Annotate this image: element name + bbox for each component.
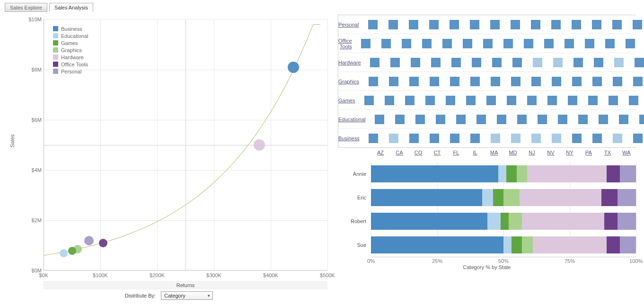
- heatmap-row-label[interactable]: Hardware: [338, 60, 365, 65]
- heatmap-cell[interactable]: [487, 58, 507, 67]
- heatmap-cell[interactable]: [404, 134, 424, 143]
- heatmap-col-label[interactable]: NV: [541, 148, 560, 155]
- heatmap-cell[interactable]: [580, 39, 600, 48]
- segment-business[interactable]: [371, 213, 487, 230]
- stacked-bar[interactable]: [371, 236, 636, 253]
- segment-educational[interactable]: [482, 189, 493, 206]
- heatmap-row-label[interactable]: Business: [338, 135, 363, 141]
- heatmap-cell[interactable]: [539, 39, 559, 48]
- heatmap-cell[interactable]: [465, 134, 485, 143]
- heatmap-col-label[interactable]: WA: [617, 148, 636, 155]
- legend-item[interactable]: Graphics: [53, 46, 88, 54]
- heatmap-cell[interactable]: [485, 20, 505, 29]
- heatmap-cell[interactable]: [379, 96, 399, 105]
- heatmap-col-label[interactable]: NY: [560, 148, 579, 155]
- heatmap-cell[interactable]: [356, 39, 376, 48]
- heatmap-row-label[interactable]: Graphics: [338, 79, 363, 84]
- heatmap-cell[interactable]: [363, 77, 383, 86]
- heatmap-cell[interactable]: [573, 115, 593, 124]
- heatmap-cell[interactable]: [501, 96, 521, 105]
- heatmap-cell[interactable]: [444, 77, 465, 86]
- heatmap-cell[interactable]: [526, 134, 547, 143]
- heatmap-cell[interactable]: [397, 39, 417, 48]
- heatmap-cell[interactable]: [417, 39, 437, 48]
- heatmap-cell[interactable]: [627, 77, 644, 86]
- segment-personal[interactable]: [618, 189, 636, 206]
- heatmap-cell[interactable]: [603, 96, 623, 105]
- heatmap-cell[interactable]: [423, 20, 444, 29]
- heatmap-cell[interactable]: [383, 20, 403, 29]
- segment-office-tools[interactable]: [601, 189, 618, 206]
- heatmap-cell[interactable]: [521, 96, 542, 105]
- heatmap-cell[interactable]: [566, 20, 586, 29]
- bubble-games[interactable]: [68, 247, 76, 255]
- legend-item[interactable]: Hardware: [53, 54, 88, 61]
- heatmap-cell[interactable]: [424, 134, 445, 143]
- heatmap-cell[interactable]: [410, 115, 431, 124]
- legend-item[interactable]: Personal: [53, 68, 88, 75]
- heatmap-cell[interactable]: [383, 77, 404, 86]
- heatmap-cell[interactable]: [608, 134, 628, 143]
- segment-games[interactable]: [512, 236, 522, 253]
- heatmap-cell[interactable]: [363, 134, 384, 143]
- heatmap-cell[interactable]: [384, 134, 404, 143]
- heatmap-cell[interactable]: [620, 39, 641, 48]
- heatmap-cell[interactable]: [485, 77, 505, 86]
- heatmap-cell[interactable]: [426, 58, 446, 67]
- heatmap-cell[interactable]: [600, 39, 620, 48]
- segment-hardware[interactable]: [522, 213, 604, 230]
- segment-educational[interactable]: [498, 165, 506, 182]
- segment-business[interactable]: [371, 189, 482, 206]
- heatmap-col-label[interactable]: CT: [428, 148, 447, 155]
- heatmap-cell[interactable]: [582, 96, 603, 105]
- heatmap-row-label[interactable]: Games: [338, 98, 359, 103]
- bubble-business[interactable]: [288, 62, 299, 73]
- heatmap-col-label[interactable]: MD: [503, 148, 522, 155]
- heatmap-cell[interactable]: [525, 20, 546, 29]
- heatmap-cell[interactable]: [546, 77, 566, 86]
- segment-graphics[interactable]: [517, 165, 527, 182]
- heatmap-cell[interactable]: [506, 134, 526, 143]
- segment-hardware[interactable]: [527, 165, 607, 182]
- segment-graphics[interactable]: [509, 213, 522, 230]
- segment-office-tools[interactable]: [607, 165, 620, 182]
- heatmap-cell[interactable]: [519, 39, 539, 48]
- heatmap-cell[interactable]: [634, 115, 644, 124]
- stacked-bar[interactable]: [371, 165, 636, 182]
- bubble-educational[interactable]: [60, 249, 68, 257]
- heatmap-cell[interactable]: [589, 58, 609, 67]
- heatmap-cell[interactable]: [403, 20, 423, 29]
- heatmap-cell[interactable]: [562, 96, 582, 105]
- segment-games[interactable]: [493, 189, 503, 206]
- heatmap-cell[interactable]: [445, 134, 465, 143]
- legend-item[interactable]: Games: [53, 39, 88, 46]
- segment-hardware[interactable]: [533, 236, 607, 253]
- heatmap-cell[interactable]: [512, 115, 532, 124]
- heatmap-cell[interactable]: [420, 96, 440, 105]
- heatmap-col-label[interactable]: TX: [598, 148, 617, 155]
- legend-item[interactable]: Office Tools: [53, 61, 88, 68]
- segment-office-tools[interactable]: [607, 236, 620, 253]
- heatmap-cell[interactable]: [440, 96, 460, 105]
- heatmap-cell[interactable]: [559, 39, 580, 48]
- heatmap-cell[interactable]: [437, 39, 458, 48]
- heatmap-cell[interactable]: [614, 115, 634, 124]
- heatmap-cell[interactable]: [627, 20, 644, 29]
- heatmap-cell[interactable]: [586, 20, 607, 29]
- heatmap-row-label[interactable]: Office Tools: [338, 38, 356, 49]
- heatmap-cell[interactable]: [460, 96, 481, 105]
- tab-sales-explore[interactable]: Sales Explore: [5, 3, 47, 12]
- heatmap-cell[interactable]: [609, 58, 629, 67]
- heatmap-cell[interactable]: [547, 134, 567, 143]
- heatmap-cell[interactable]: [532, 115, 553, 124]
- stacked-bar[interactable]: [371, 189, 636, 206]
- segment-personal[interactable]: [618, 213, 636, 230]
- heatmap-cell[interactable]: [370, 115, 390, 124]
- segment-personal[interactable]: [620, 165, 636, 182]
- segment-educational[interactable]: [487, 213, 501, 230]
- distribute-dropdown[interactable]: Category ▼: [161, 291, 213, 300]
- heatmap-cell[interactable]: [464, 20, 485, 29]
- heatmap-cell[interactable]: [507, 58, 528, 67]
- heatmap-cell[interactable]: [505, 77, 526, 86]
- segment-games[interactable]: [501, 213, 509, 230]
